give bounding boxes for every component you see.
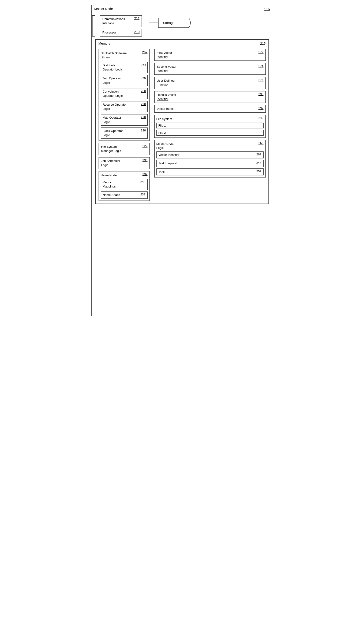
master-node-logic-number: 260: [259, 141, 263, 145]
distribute-box: DistributeOperator Logic 264: [101, 62, 148, 73]
vector-identifier-box: Vector Identifier 262: [156, 152, 263, 158]
task-request-box: Task Request 244: [156, 160, 263, 167]
name-node-inner: VectorMappings 242 Name Space 238: [101, 179, 148, 199]
cylinder-right-cap: [185, 18, 191, 28]
top-section: CommunicationsInterface 211 Processor 21…: [95, 15, 269, 37]
name-space-number: 238: [141, 193, 145, 196]
cylinder-body: Storage: [158, 18, 186, 28]
name-space-box: Name Space 238: [101, 191, 148, 199]
left-column: GridBatch SoftwareLibrary 262 Distribute…: [99, 49, 150, 201]
convolution-box: ConvolutionOperator Logic 268: [101, 88, 148, 99]
master-node-logic-inner: Vector Identifier 262 Task Request 244 T…: [156, 152, 263, 176]
recurse-text: Recurse OperatorLogic: [103, 103, 127, 111]
name-space-text: Name Space: [103, 193, 127, 197]
job-scheduler-number: 230: [142, 158, 148, 162]
task-request-text: Task Request: [159, 161, 184, 165]
first-vector-box: First VectorIdentifier 272: [154, 49, 266, 61]
block-box: Block OperatorLogic 280: [101, 128, 148, 139]
first-vector-number: 272: [259, 50, 263, 54]
results-vector-text: Results VectorIdentifier: [157, 93, 176, 101]
task-request-number: 244: [256, 161, 262, 164]
second-vector-box: Second VectorIdentifier 274: [154, 63, 266, 75]
processor-text: Processor: [102, 31, 116, 34]
task-box: Task 252: [156, 168, 263, 176]
task-number: 252: [256, 170, 262, 173]
storage-area: Storage: [149, 18, 191, 28]
results-vector-number: 290: [259, 92, 263, 96]
name-node-text: Name Node: [101, 174, 124, 177]
outer-label: Master Node: [94, 7, 113, 11]
storage-connector: [149, 22, 158, 23]
memory-box: Memory 215 GridBatch SoftwareLibrary 262…: [95, 39, 269, 204]
map-number: 278: [141, 115, 146, 119]
master-node-logic-box: Master NodeLogic 260 Vector Identifier 2…: [154, 140, 266, 178]
filesystem-inner: File 1 File 2: [156, 123, 263, 136]
left-top-group: CommunicationsInterface 211 Processor 21…: [95, 15, 142, 37]
file2-box: File 2: [156, 130, 263, 136]
memory-content: GridBatch SoftwareLibrary 262 Distribute…: [99, 49, 266, 201]
storage-label: Storage: [159, 21, 175, 25]
comm-interface-number: 211: [134, 17, 140, 20]
gridbatch-number: 262: [142, 50, 147, 54]
file2-text: File 2: [159, 131, 166, 134]
memory-number: 215: [260, 42, 265, 45]
vector-identifier-number: 262: [256, 153, 262, 156]
map-text: Map OperatorLogic: [103, 116, 121, 124]
task-text: Task: [159, 170, 172, 174]
recurse-box: Recurse OperatorLogic 270: [101, 101, 148, 112]
outer-box: Master Node 116 CommunicationsInterface …: [91, 5, 273, 316]
vector-index-box: Vector Index 292: [154, 105, 266, 112]
gridbatch-box: GridBatch SoftwareLibrary 262 Distribute…: [99, 49, 150, 141]
file1-box: File 1: [156, 123, 263, 128]
block-text: Block OperatorLogic: [103, 129, 123, 137]
name-node-box: Name Node 232 VectorMappings 242 Name Sp…: [99, 171, 150, 201]
filesystem-box: File System 240 File 1 File 2: [154, 115, 266, 138]
convolution-number: 268: [141, 89, 146, 93]
job-scheduler-box: Job SchedulerLogic 230: [99, 157, 150, 169]
filesystem-number: 240: [259, 116, 263, 120]
storage-cylinder: Storage: [158, 18, 191, 28]
gridbatch-text: GridBatch SoftwareLibrary: [101, 51, 127, 59]
inner-boxes-group: DistributeOperator Logic 264 Join Operat…: [101, 62, 148, 139]
right-column: First VectorIdentifier 272 Second Vector…: [154, 49, 266, 201]
user-defined-text: User-DefinedFunction: [157, 79, 176, 87]
distribute-text: DistributeOperator Logic: [103, 64, 130, 71]
comm-interface-text: CommunicationsInterface: [102, 17, 125, 25]
vector-index-text: Vector Index: [157, 107, 181, 111]
vector-mappings-number: 242: [141, 180, 145, 183]
job-scheduler-text: Job SchedulerLogic: [101, 159, 121, 167]
user-defined-box: User-DefinedFunction 276: [154, 77, 266, 89]
second-vector-text: Second VectorIdentifier: [157, 65, 177, 73]
file-system-manager-box: File SystemManager Logic 222: [99, 143, 150, 155]
name-node-number: 232: [142, 172, 148, 176]
join-number: 266: [141, 76, 146, 80]
block-number: 280: [141, 129, 146, 132]
vector-mappings-text: VectorMappings: [103, 180, 123, 188]
vector-identifier-text: Vector Identifier: [159, 153, 186, 156]
master-node-logic-text: Master NodeLogic: [156, 142, 174, 150]
bracket-decoration: [92, 15, 95, 37]
second-vector-number: 274: [259, 64, 263, 68]
results-vector-box: Results VectorIdentifier 290: [154, 91, 266, 103]
map-box: Map OperatorLogic 278: [101, 114, 148, 125]
recurse-number: 270: [141, 102, 146, 106]
outer-number: 116: [264, 7, 270, 11]
user-defined-number: 276: [259, 78, 263, 82]
file-system-manager-number: 222: [142, 144, 148, 148]
processor-number: 210: [134, 30, 140, 34]
first-vector-text: First VectorIdentifier: [157, 51, 176, 59]
join-text: Join OperatorLogic: [103, 77, 121, 84]
file-system-manager-text: File SystemManager Logic: [101, 145, 128, 153]
join-box: Join OperatorLogic 266: [101, 75, 148, 86]
convolution-text: ConvolutionOperator Logic: [103, 90, 130, 97]
file1-text: File 1: [159, 124, 166, 127]
processor-box: Processor 210: [100, 29, 142, 36]
distribute-number: 264: [141, 63, 146, 67]
vector-index-number: 292: [259, 106, 263, 110]
memory-label: Memory: [99, 42, 110, 45]
comm-interface-box: CommunicationsInterface 211: [100, 15, 142, 27]
vector-mappings-box: VectorMappings 242: [101, 179, 148, 190]
filesystem-text: File System: [156, 117, 179, 121]
